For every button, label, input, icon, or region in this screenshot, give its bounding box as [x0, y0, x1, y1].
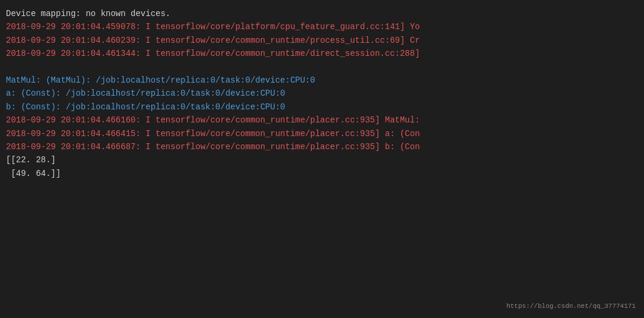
log-line: 2018-09-29 20:01:04.459078: I tensorflow…: [6, 20, 638, 33]
log-line: MatMul: (MatMul): /job:localhost/replica…: [6, 74, 638, 87]
log-line: Device mapping: no known devices.: [6, 7, 638, 20]
empty-line: [6, 61, 638, 74]
log-line: 2018-09-29 20:01:04.460239: I tensorflow…: [6, 34, 638, 47]
log-lines: Device mapping: no known devices. 2018-0…: [6, 7, 638, 180]
log-line: a: (Const): /job:localhost/replica:0/tas…: [6, 87, 638, 100]
log-line: 2018-09-29 20:01:04.461344: I tensorflow…: [6, 47, 638, 60]
log-line: 2018-09-29 20:01:04.466415: I tensorflow…: [6, 127, 638, 140]
log-line: 2018-09-29 20:01:04.466160: I tensorflow…: [6, 114, 638, 127]
watermark: https://blog.csdn.net/qq_37774171: [506, 303, 636, 310]
log-line: [[22. 28.]: [6, 153, 638, 166]
terminal-output: Device mapping: no known devices. 2018-0…: [0, 0, 644, 318]
log-line: [49. 64.]]: [6, 167, 638, 180]
log-line: 2018-09-29 20:01:04.466687: I tensorflow…: [6, 140, 638, 153]
log-line: b: (Const): /job:localhost/replica:0/tas…: [6, 100, 638, 114]
